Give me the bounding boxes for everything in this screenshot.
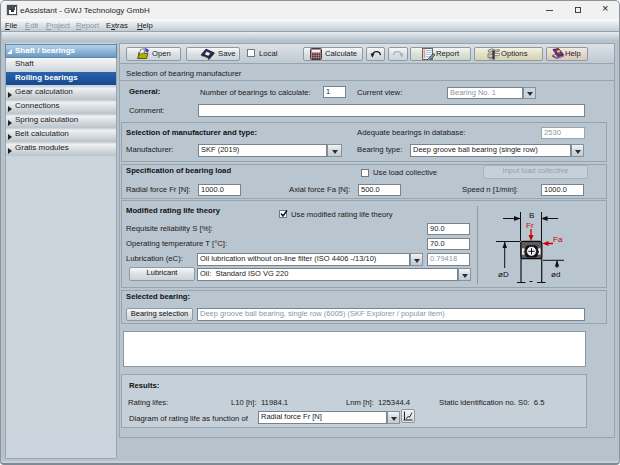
svg-text:Fr: Fr bbox=[526, 221, 534, 230]
svg-text:B: B bbox=[529, 211, 534, 220]
svg-text:Fa: Fa bbox=[553, 235, 563, 244]
svg-text:ød: ød bbox=[551, 270, 560, 279]
svg-text:øD: øD bbox=[498, 270, 509, 279]
